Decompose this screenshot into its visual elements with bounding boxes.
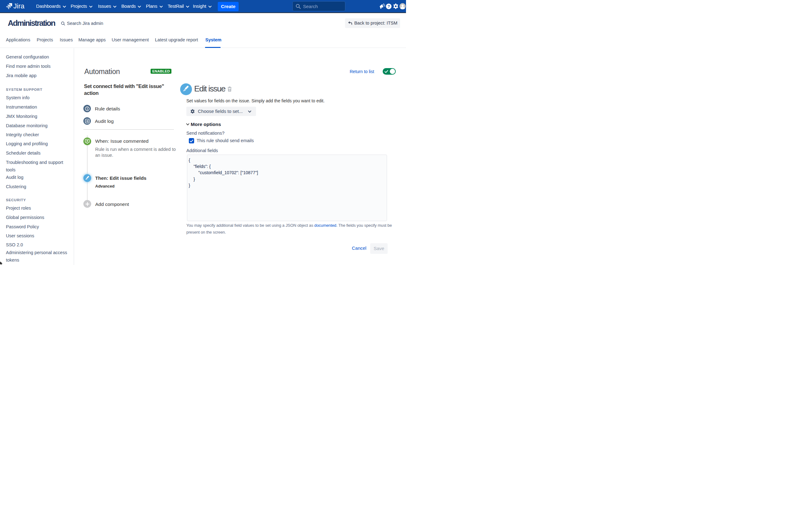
svg-text:?: ? — [388, 4, 390, 9]
